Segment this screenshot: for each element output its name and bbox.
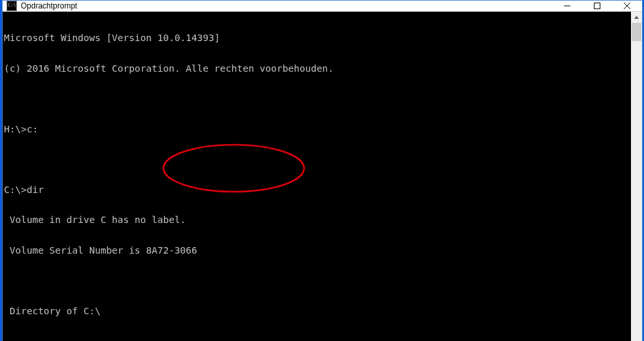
scroll-track[interactable]: [631, 23, 642, 341]
cmd-icon: C:\: [7, 1, 17, 11]
maximize-button[interactable]: [582, 1, 612, 11]
scroll-up-button[interactable]: [631, 12, 642, 23]
terminal-line: [4, 155, 631, 165]
terminal-line: Microsoft Windows [Version 10.0.14393]: [4, 33, 631, 44]
terminal-line: (c) 2016 Microsoft Corporation. Alle rec…: [4, 64, 631, 74]
svg-text:C:\: C:\: [8, 3, 16, 8]
terminal-line: Volume in drive C has no label.: [4, 215, 631, 226]
minimize-button[interactable]: [552, 1, 582, 11]
terminal-prompt-line: H:\>c:: [4, 125, 631, 135]
close-button[interactable]: [612, 1, 642, 11]
terminal-prompt-line: C:\>dir: [4, 185, 631, 196]
terminal-line: [4, 94, 631, 104]
terminal-line: [4, 276, 631, 286]
terminal-line: Volume Serial Number is 8A72-3066: [4, 246, 631, 256]
client-area: Microsoft Windows [Version 10.0.14393] (…: [3, 12, 642, 341]
window-title: Opdrachtprompt: [21, 1, 552, 10]
red-circle-annotation: [159, 122, 309, 215]
terminal-line: Directory of C:\: [4, 306, 631, 317]
scroll-thumb[interactable]: [632, 23, 641, 41]
terminal-output[interactable]: Microsoft Windows [Version 10.0.14393] (…: [3, 12, 631, 341]
command-prompt-window: C:\ Opdrachtprompt Microsoft Windows [Ve…: [2, 0, 643, 341]
terminal-line: [4, 336, 631, 341]
titlebar[interactable]: C:\ Opdrachtprompt: [3, 1, 642, 12]
vertical-scrollbar[interactable]: [631, 12, 642, 341]
window-controls: [552, 1, 642, 11]
svg-rect-3: [595, 3, 600, 9]
